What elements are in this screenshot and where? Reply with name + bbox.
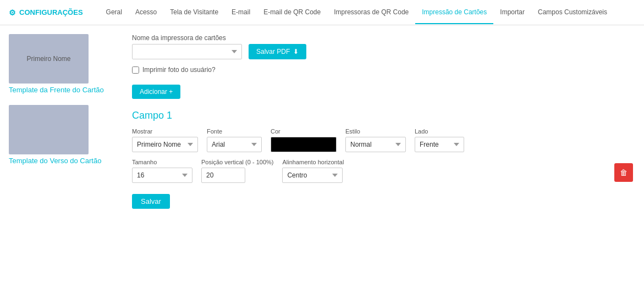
topbar: ⚙ CONFIGURAÇÕES Geral Acesso Tela de Vis… xyxy=(0,0,644,25)
fonte-label: Fonte xyxy=(207,128,262,135)
printer-name-select[interactable] xyxy=(132,44,242,59)
posicao-vertical-label: Posição vertical (0 - 100%) xyxy=(201,159,273,165)
save-button[interactable]: Salvar xyxy=(132,194,170,209)
lado-group: Lado Frente Verso xyxy=(415,128,464,152)
nav-email-qr[interactable]: E-mail de QR Code xyxy=(257,1,327,24)
add-button[interactable]: Adicionar + xyxy=(132,85,180,99)
card-front-preview: Primeiro Nome xyxy=(9,34,89,84)
printer-name-label: Nome da impressora de cartões xyxy=(132,34,242,42)
cor-picker[interactable] xyxy=(271,137,337,152)
mostrar-select[interactable]: Primeiro Nome Último Nome Email Empresa … xyxy=(132,137,198,152)
cor-label: Cor xyxy=(271,128,337,135)
content-area: Nome da impressora de cartões Salvar PDF… xyxy=(121,34,644,209)
nav-impressoras-qr[interactable]: Impressoras de QR Code xyxy=(327,1,415,24)
tamanho-group: Tamanho 8 10 12 14 16 18 20 24 28 32 xyxy=(132,159,192,183)
mostrar-label: Mostrar xyxy=(132,128,198,135)
campo-field-row-2: Tamanho 8 10 12 14 16 18 20 24 28 32 Pos… xyxy=(132,159,633,183)
nav-impressao-cartoes[interactable]: Impressão de Cartões xyxy=(415,1,493,24)
tamanho-label: Tamanho xyxy=(132,159,192,165)
campo-field-row-1: Mostrar Primeiro Nome Último Nome Email … xyxy=(132,128,633,152)
mostrar-group: Mostrar Primeiro Nome Último Nome Email … xyxy=(132,128,198,152)
brand: ⚙ CONFIGURAÇÕES xyxy=(9,8,83,17)
nav-geral[interactable]: Geral xyxy=(100,1,129,24)
estilo-select[interactable]: Normal Negrito Itálico Negrito Itálico xyxy=(345,137,406,152)
nav-tela-visitante[interactable]: Tela de Visitante xyxy=(163,1,225,24)
lado-label: Lado xyxy=(415,128,464,135)
print-photo-label: Imprimir foto do usuário? xyxy=(142,66,216,74)
print-photo-row: Imprimir foto do usuário? xyxy=(132,66,633,74)
save-button-label: Salvar xyxy=(141,197,161,205)
estilo-label: Estilo xyxy=(345,128,406,135)
campo-title: Campo 1 xyxy=(132,110,633,121)
save-pdf-label: Salvar PDF xyxy=(256,48,290,55)
card-front-text: Primeiro Nome xyxy=(26,55,70,63)
card-back-label: Template do Verso do Cartão xyxy=(9,157,112,165)
gear-icon: ⚙ xyxy=(9,8,16,17)
sidebar: Primeiro Nome Template da Frente do Cart… xyxy=(0,34,121,209)
save-pdf-button[interactable]: Salvar PDF ⬇ xyxy=(249,44,306,59)
lado-select[interactable]: Frente Verso xyxy=(415,137,464,152)
posicao-vertical-input[interactable] xyxy=(201,168,245,183)
estilo-group: Estilo Normal Negrito Itálico Negrito It… xyxy=(345,128,406,152)
download-icon: ⬇ xyxy=(293,48,299,55)
posicao-vertical-group: Posição vertical (0 - 100%) xyxy=(201,159,273,183)
alinhamento-label: Alinhamento horizontal xyxy=(282,159,344,165)
brand-label: CONFIGURAÇÕES xyxy=(19,8,83,16)
nav-email[interactable]: E-mail xyxy=(225,1,257,24)
delete-wrapper: 🗑 xyxy=(353,163,633,183)
card-front-label: Template da Frente do Cartão xyxy=(9,86,112,94)
alinhamento-group: Alinhamento horizontal Esquerda Centro D… xyxy=(282,159,344,183)
nav-campos-customizaveis[interactable]: Campos Customizáveis xyxy=(531,1,614,24)
tamanho-select[interactable]: 8 10 12 14 16 18 20 24 28 32 xyxy=(132,168,192,183)
cor-group: Cor xyxy=(271,128,337,152)
add-button-label: Adicionar + xyxy=(140,88,173,96)
fonte-group: Fonte Arial Times New Roman Verdana Helv… xyxy=(207,128,262,152)
card-back-preview xyxy=(9,105,89,154)
nav-acesso[interactable]: Acesso xyxy=(129,1,163,24)
fonte-select[interactable]: Arial Times New Roman Verdana Helvetica xyxy=(207,137,262,152)
delete-campo-button[interactable]: 🗑 xyxy=(614,163,633,182)
nav-importar[interactable]: Importar xyxy=(493,1,531,24)
printer-name-group: Nome da impressora de cartões xyxy=(132,34,242,59)
print-photo-checkbox[interactable] xyxy=(132,66,139,74)
trash-icon: 🗑 xyxy=(620,168,628,177)
alinhamento-select[interactable]: Esquerda Centro Direita xyxy=(282,168,343,183)
nav-links: Geral Acesso Tela de Visitante E-mail E-… xyxy=(100,1,635,24)
main-layout: Primeiro Nome Template da Frente do Cart… xyxy=(0,25,644,218)
printer-row: Nome da impressora de cartões Salvar PDF… xyxy=(132,34,633,59)
